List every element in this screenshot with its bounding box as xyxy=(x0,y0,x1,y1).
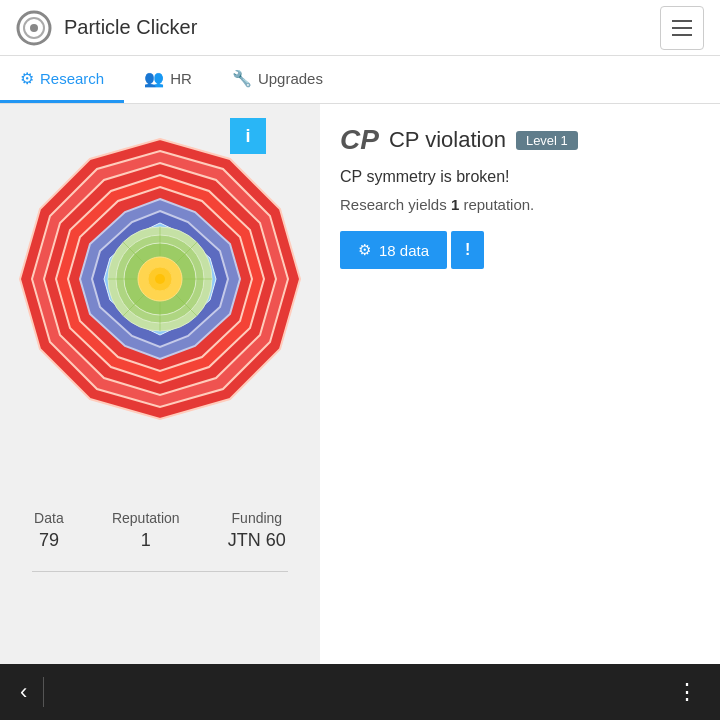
particle-visualization xyxy=(15,124,305,494)
top-bar-left: Particle Clicker xyxy=(16,10,197,46)
research-data-button[interactable]: ⚙ 18 data xyxy=(340,231,447,269)
level-badge: Level 1 xyxy=(516,131,578,150)
more-options-button[interactable]: ⋮ xyxy=(676,679,700,705)
menu-icon xyxy=(672,34,692,36)
warning-button[interactable]: ! xyxy=(451,231,484,269)
yield-unit: reputation. xyxy=(459,196,534,213)
funding-label: Funding xyxy=(232,510,283,526)
yield-amount: 1 xyxy=(451,196,459,213)
tab-hr-label: HR xyxy=(170,70,192,87)
tab-research[interactable]: ⚙ Research xyxy=(0,56,124,103)
yield-text: Research yields xyxy=(340,196,451,213)
funding-value: JTN 60 xyxy=(228,530,286,551)
action-row: ⚙ 18 data ! xyxy=(340,231,700,269)
tab-research-label: Research xyxy=(40,70,104,87)
stat-data: Data 79 xyxy=(34,510,64,551)
tab-upgrades-label: Upgrades xyxy=(258,70,323,87)
bottom-divider xyxy=(43,677,44,707)
menu-icon xyxy=(672,27,692,29)
info-button[interactable]: i xyxy=(230,118,266,154)
rings-svg xyxy=(15,129,305,489)
research-description: CP symmetry is broken! xyxy=(340,168,700,186)
app-title: Particle Clicker xyxy=(64,16,197,39)
stats-row: Data 79 Reputation 1 Funding JTN 60 xyxy=(0,494,320,561)
research-header: CP CP violation Level 1 xyxy=(340,124,700,156)
gear-icon: ⚙ xyxy=(358,241,371,259)
data-value: 79 xyxy=(39,530,59,551)
svg-point-2 xyxy=(30,24,38,32)
stat-reputation: Reputation 1 xyxy=(112,510,180,551)
cp-violation-icon: CP xyxy=(340,124,379,156)
research-yield: Research yields 1 reputation. xyxy=(340,196,700,213)
research-item: CP CP violation Level 1 CP symmetry is b… xyxy=(340,124,700,269)
tab-upgrades[interactable]: 🔧 Upgrades xyxy=(212,56,343,103)
stats-divider xyxy=(32,571,288,572)
right-panel: CP CP violation Level 1 CP symmetry is b… xyxy=(320,104,720,664)
main-content: i xyxy=(0,104,720,664)
data-button-label: 18 data xyxy=(379,242,429,259)
tab-hr[interactable]: 👥 HR xyxy=(124,56,212,103)
top-bar: Particle Clicker xyxy=(0,0,720,56)
data-label: Data xyxy=(34,510,64,526)
hr-tab-icon: 👥 xyxy=(144,69,164,88)
svg-point-20 xyxy=(155,274,165,284)
research-name: CP violation xyxy=(389,127,506,153)
stat-funding: Funding JTN 60 xyxy=(228,510,286,551)
menu-icon xyxy=(672,20,692,22)
tabs-bar: ⚙ Research 👥 HR 🔧 Upgrades xyxy=(0,56,720,104)
menu-button[interactable] xyxy=(660,6,704,50)
reputation-label: Reputation xyxy=(112,510,180,526)
bottom-bar: ‹ ⋮ xyxy=(0,664,720,720)
research-tab-icon: ⚙ xyxy=(20,69,34,88)
upgrades-tab-icon: 🔧 xyxy=(232,69,252,88)
left-panel: i xyxy=(0,104,320,664)
reputation-value: 1 xyxy=(141,530,151,551)
back-button[interactable]: ‹ xyxy=(20,679,27,705)
app-logo-icon xyxy=(16,10,52,46)
